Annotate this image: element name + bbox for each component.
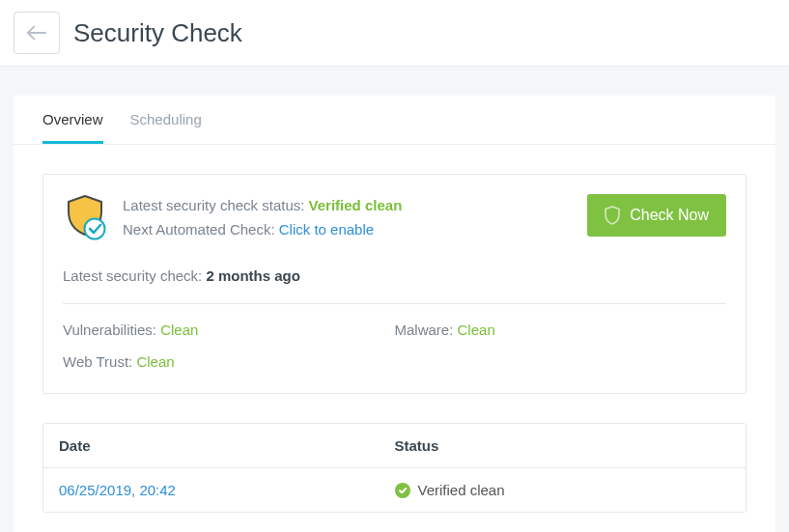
svg-point-1 [85,219,105,239]
metric-vulnerabilities: Vulnerabilities: Clean [63,322,395,338]
security-card: Overview Scheduling [14,96,775,532]
check-circle-icon [395,483,410,498]
next-check-line: Next Automated Check: Click to enable [123,218,402,242]
page-header: Security Check [0,0,789,67]
table-row: 06/25/2019, 20:42 Verified clean [43,467,746,512]
status-value: Verified clean [309,197,403,213]
status-prefix: Latest security check status: [123,197,309,213]
tab-bar: Overview Scheduling [14,96,775,145]
shield-verified-icon [63,194,107,244]
metric-web-trust: Web Trust: Clean [63,353,395,370]
col-header-status: Status [395,437,731,454]
shield-outline-icon [605,206,620,225]
page-title: Security Check [73,18,242,48]
history-status-text: Verified clean [418,482,505,498]
metric-label: Malware: [395,322,458,338]
arrow-left-icon [26,24,47,42]
tab-scheduling[interactable]: Scheduling [130,96,202,144]
back-button[interactable] [14,12,60,54]
check-now-button[interactable]: Check Now [587,194,726,237]
latest-check-prefix: Latest security check: [63,267,206,284]
table-header-row: Date Status [43,424,746,467]
metric-value: Clean [458,322,495,338]
divider [63,303,726,304]
status-panel: Latest security check status: Verified c… [42,174,747,394]
col-header-date: Date [59,437,395,454]
enable-automated-check-link[interactable]: Click to enable [279,221,374,238]
metric-label: Web Trust: [63,353,136,370]
history-table: Date Status 06/25/2019, 20:42 Verified c… [42,423,747,513]
latest-check-value: 2 months ago [206,267,300,284]
status-line: Latest security check status: Verified c… [123,194,402,218]
history-status-cell: Verified clean [395,482,731,498]
history-date-link[interactable]: 06/25/2019, 20:42 [59,482,395,498]
tab-overview[interactable]: Overview [42,96,103,144]
metric-malware: Malware: Clean [395,322,727,338]
latest-check-line: Latest security check: 2 months ago [63,267,726,284]
check-now-label: Check Now [630,207,709,224]
metric-value: Clean [136,353,174,370]
next-check-prefix: Next Automated Check: [123,221,279,238]
metric-value: Clean [160,322,198,338]
metric-label: Vulnerabilities: [63,322,160,338]
